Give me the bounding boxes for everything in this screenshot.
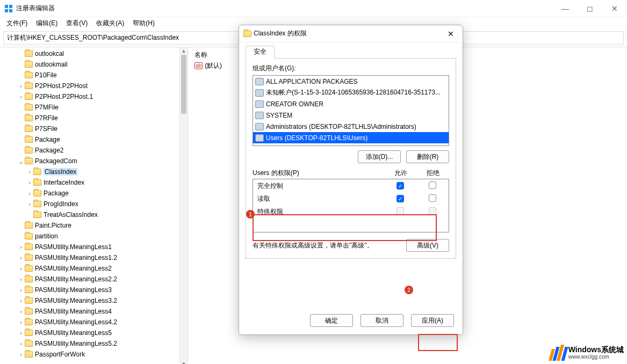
chevron-right-icon[interactable]: ›	[26, 201, 33, 208]
chevron-right-icon[interactable]: ›	[26, 190, 33, 197]
dialog-close-button[interactable]: ✕	[443, 30, 458, 38]
folder-icon	[25, 297, 33, 304]
tree-item-label: PASMUtility.MeaningLess2.2	[35, 275, 117, 283]
cancel-button[interactable]: 取消	[361, 314, 403, 327]
tree-item[interactable]: ›InterfaceIndex	[0, 177, 188, 188]
add-button[interactable]: 添加(D)...	[358, 150, 401, 163]
tree-item[interactable]: outlookcal	[0, 48, 188, 59]
chevron-right-icon[interactable]: ›	[17, 276, 25, 283]
folder-icon	[243, 31, 251, 37]
tree-item[interactable]: ›PASMUtility.MeaningLess2	[0, 263, 188, 274]
close-button[interactable]: ✕	[602, 0, 627, 17]
tree-item[interactable]: ›Package	[0, 188, 188, 199]
tree-item[interactable]: ›PASMUtility.MeaningLess4.2	[0, 317, 188, 327]
chevron-right-icon[interactable]: ›	[17, 340, 25, 347]
tree-item[interactable]: ›P2PHost.P2PHost	[0, 81, 188, 91]
tree-item[interactable]: ›PASMUtility.MeaningLess1	[0, 242, 188, 252]
menu-edit[interactable]: 编辑(E)	[33, 18, 61, 29]
tree-pane[interactable]: ▲ ▼ outlookcaloutlookmailP10File›P2PHost…	[0, 47, 188, 364]
tree-item[interactable]: P7SFile	[0, 123, 188, 134]
column-deny: 拒绝	[417, 169, 449, 178]
tree-item[interactable]: ›PassportForWork	[0, 349, 188, 360]
scroll-down-icon[interactable]: ▼	[180, 360, 188, 364]
chevron-right-icon[interactable]: ›	[17, 254, 25, 261]
folder-icon	[25, 72, 33, 78]
menu-help[interactable]: 帮助(H)	[129, 18, 158, 29]
chevron-down-icon[interactable]: ⌄	[17, 158, 25, 165]
tree-item[interactable]: P10File	[0, 70, 188, 81]
folder-icon	[25, 136, 33, 143]
tab-security[interactable]: 安全	[246, 46, 275, 59]
tree-item[interactable]: Package	[0, 134, 188, 145]
chevron-right-icon[interactable]: ›	[17, 297, 25, 304]
tree-item-label: PASMUtility.MeaningLess3.2	[35, 297, 117, 304]
folder-icon	[25, 83, 33, 89]
group-row[interactable]: CREATOR OWNER	[253, 98, 449, 110]
allow-checkbox[interactable]: ✓	[397, 195, 404, 202]
chevron-right-icon[interactable]: ›	[17, 330, 25, 337]
tree-item[interactable]: ›ClassIndex	[0, 166, 188, 177]
scrollbar[interactable]: ▲ ▼	[179, 47, 188, 364]
tree-item[interactable]: ›PASMUtility.MeaningLess4	[0, 306, 188, 317]
watermark-logo-icon	[550, 345, 566, 361]
menu-file[interactable]: 文件(F)	[3, 18, 31, 29]
group-row[interactable]: 未知帐户(S-1-15-3-1024-1065365936-1281604716…	[253, 87, 449, 98]
remove-button[interactable]: 删除(R)	[406, 150, 449, 163]
allow-checkbox[interactable]: ✓	[397, 182, 404, 190]
chevron-right-icon[interactable]: ›	[26, 179, 33, 186]
tree-item-label: PASMUtility.MeaningLess5	[35, 329, 112, 337]
tree-item[interactable]: outlookmail	[0, 59, 188, 70]
tree-item[interactable]: ›P2PHost.P2PHost.1	[0, 91, 188, 102]
tree-item[interactable]: partition	[0, 231, 188, 242]
tree-item[interactable]: Package2	[0, 145, 188, 156]
tree-item[interactable]: P7RFile	[0, 113, 188, 123]
chevron-right-icon[interactable]: ›	[17, 351, 25, 358]
scroll-thumb[interactable]	[181, 55, 186, 114]
folder-icon	[33, 179, 41, 186]
group-row[interactable]: SYSTEM	[253, 110, 449, 121]
group-name: Users (DESKTOP-82TLHLS\Users)	[266, 134, 367, 142]
tree-item[interactable]: TreatAsClassIndex	[0, 209, 188, 220]
group-row[interactable]: Administrators (DESKTOP-82TLHLS\Administ…	[253, 121, 449, 132]
tree-item-label: P10File	[35, 71, 57, 79]
maximize-button[interactable]: ◻	[578, 0, 602, 17]
permission-row: 完全控制✓	[253, 179, 449, 192]
menu-view[interactable]: 查看(V)	[63, 18, 91, 29]
chevron-right-icon[interactable]: ›	[17, 244, 25, 251]
tree-item[interactable]: ⌄PackagedCom	[0, 156, 188, 166]
tree-item[interactable]: ›PASMUtility.MeaningLess1.2	[0, 252, 188, 263]
scroll-up-icon[interactable]: ▲	[180, 47, 188, 55]
tree-item[interactable]: P7MFile	[0, 102, 188, 113]
tree-item-label: PASMUtility.MeaningLess1.2	[35, 254, 117, 261]
chevron-right-icon[interactable]: ›	[17, 83, 25, 90]
deny-checkbox[interactable]	[429, 194, 436, 202]
group-row[interactable]: Users (DESKTOP-82TLHLS\Users)	[253, 132, 449, 143]
chevron-right-icon[interactable]: ›	[26, 169, 33, 176]
tree-item[interactable]: ›PASMUtility.MeaningLess3.2	[0, 295, 188, 306]
minimize-button[interactable]: —	[553, 0, 578, 17]
folder-icon	[25, 254, 33, 261]
deny-checkbox	[429, 207, 436, 215]
deny-checkbox[interactable]	[429, 181, 436, 189]
tree-item-label: partition	[35, 232, 58, 240]
tree-item[interactable]: ›PASMUtility.MeaningLess3	[0, 285, 188, 295]
group-row[interactable]: ALL APPLICATION PACKAGES	[253, 76, 449, 87]
chevron-right-icon[interactable]: ›	[17, 93, 25, 100]
tree-item[interactable]: Paint.Picture	[0, 220, 188, 231]
groups-listbox[interactable]: ALL APPLICATION PACKAGES未知帐户(S-1-15-3-10…	[253, 75, 449, 146]
tree-item[interactable]: ›PASMUtility.MeaningLess5	[0, 327, 188, 338]
group-icon	[255, 123, 264, 130]
tree-item[interactable]: ›PASMUtility.MeaningLess2.2	[0, 274, 188, 285]
folder-icon	[33, 190, 41, 196]
menu-favorites[interactable]: 收藏夹(A)	[93, 18, 127, 29]
tree-item[interactable]: ›ProgIdIndex	[0, 199, 188, 209]
ok-button[interactable]: 确定	[310, 314, 353, 327]
folder-icon	[25, 147, 33, 154]
tree-item[interactable]: ›PASMUtility.MeaningLess5.2	[0, 338, 188, 349]
chevron-right-icon[interactable]: ›	[17, 319, 25, 326]
chevron-right-icon[interactable]: ›	[17, 265, 25, 272]
apply-button[interactable]: 应用(A)	[411, 314, 454, 327]
chevron-right-icon[interactable]: ›	[17, 308, 25, 315]
folder-icon	[25, 104, 33, 111]
chevron-right-icon[interactable]: ›	[17, 287, 25, 294]
